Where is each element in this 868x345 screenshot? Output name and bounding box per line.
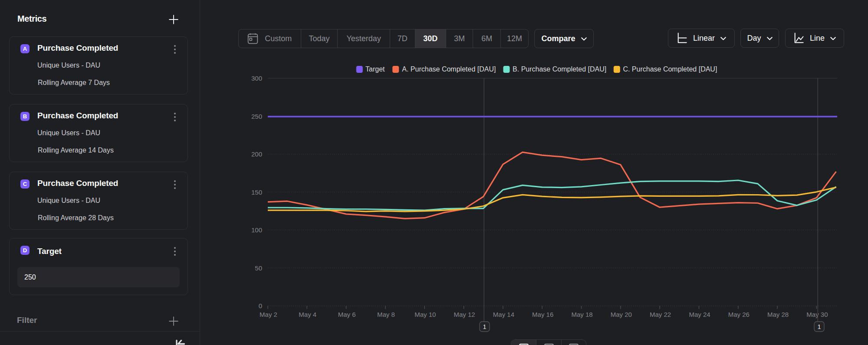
svg-text:May 8: May 8	[377, 311, 395, 318]
svg-text:May 16: May 16	[532, 311, 553, 318]
svg-text:May 12: May 12	[454, 311, 475, 318]
svg-text:C. Purchase Completed [DAU]: C. Purchase Completed [DAU]	[623, 65, 717, 73]
svg-text:0: 0	[259, 302, 262, 309]
svg-text:May 14: May 14	[493, 311, 514, 318]
svg-text:1: 1	[483, 323, 486, 330]
svg-text:50: 50	[255, 264, 262, 272]
svg-text:May 28: May 28	[767, 311, 789, 318]
svg-text:May 20: May 20	[611, 311, 632, 318]
svg-text:May 18: May 18	[571, 311, 592, 318]
svg-text:100: 100	[251, 226, 262, 234]
svg-text:1: 1	[817, 323, 821, 330]
svg-text:May 2: May 2	[260, 311, 277, 318]
svg-text:300: 300	[251, 75, 262, 82]
svg-text:May 10: May 10	[414, 311, 436, 318]
svg-text:May 30: May 30	[806, 311, 828, 318]
svg-text:May 6: May 6	[338, 311, 356, 318]
svg-text:150: 150	[251, 189, 262, 196]
svg-text:Target: Target	[365, 65, 385, 73]
svg-text:May 24: May 24	[689, 311, 710, 318]
svg-text:May 26: May 26	[728, 311, 750, 318]
svg-text:250: 250	[251, 113, 262, 120]
svg-text:A. Purchase Completed [DAU]: A. Purchase Completed [DAU]	[402, 65, 496, 73]
svg-text:200: 200	[251, 150, 262, 158]
svg-text:May 22: May 22	[650, 311, 671, 318]
svg-text:B. Purchase Completed [DAU]: B. Purchase Completed [DAU]	[513, 65, 606, 73]
svg-text:May 4: May 4	[299, 311, 316, 318]
